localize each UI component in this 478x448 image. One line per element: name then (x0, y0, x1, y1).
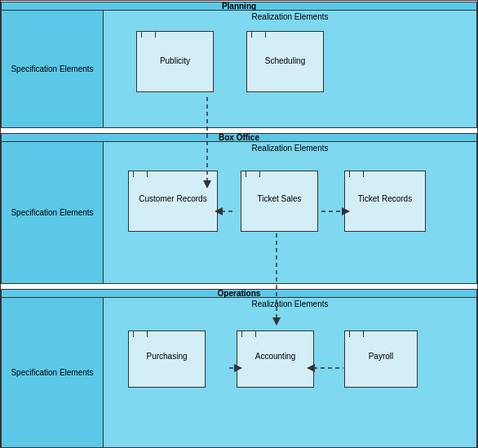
operations-realization-label: Realization Elements (104, 299, 476, 308)
ticket-sales-label: Ticket Sales (241, 194, 317, 203)
purchasing-label: Purchasing (129, 352, 205, 361)
boxoffice-title: Box Office (219, 133, 259, 142)
accounting-box: Accounting (237, 330, 314, 388)
boxoffice-realization-area: Realization Elements Customer Records Ti… (104, 142, 476, 283)
planning-spec-label: Specification Elements (11, 64, 93, 73)
swimlane-operations: Operations Specification Elements Realiz… (1, 289, 477, 448)
ticket-sales-box: Ticket Sales (241, 171, 318, 232)
payroll-box: Payroll (344, 330, 418, 388)
planning-realization-area: Realization Elements Publicity Schedulin… (104, 11, 476, 127)
planning-title-area: Planning (2, 2, 476, 11)
swimlane-planning: Planning Specification Elements Realizat… (1, 2, 477, 128)
operations-title-area: Operations (2, 290, 476, 298)
customer-records-label: Customer Records (129, 194, 217, 203)
boxoffice-spec-label: Specification Elements (11, 208, 93, 217)
boxoffice-realization-label: Realization Elements (104, 144, 476, 153)
accounting-label: Accounting (237, 352, 313, 361)
publicity-tab (141, 31, 156, 38)
ticket-records-label: Ticket Records (345, 194, 425, 203)
publicity-box: Publicity (136, 31, 214, 92)
scheduling-tab (251, 31, 266, 38)
operations-spec-label: Specification Elements (11, 368, 93, 377)
planning-spec-column: Specification Elements (2, 11, 104, 127)
purchasing-box: Purchasing (128, 330, 206, 388)
operations-title: Operations (218, 289, 261, 298)
payroll-tab (349, 330, 364, 337)
payroll-label: Payroll (345, 352, 417, 361)
boxoffice-spec-column: Specification Elements (2, 142, 104, 283)
purchasing-tab (133, 330, 148, 337)
operations-spec-column: Specification Elements (2, 298, 104, 447)
customer-records-tab (133, 171, 148, 177)
ticket-records-box: Ticket Records (344, 171, 426, 232)
ticket-sales-tab (246, 171, 260, 177)
scheduling-label: Scheduling (247, 56, 323, 65)
operations-realization-area: Realization Elements Purchasing Accounti… (104, 298, 476, 447)
diagram-container: Planning Specification Elements Realizat… (0, 0, 478, 448)
planning-realization-label: Realization Elements (104, 12, 476, 21)
planning-title: Planning (222, 2, 256, 11)
scheduling-box: Scheduling (246, 31, 324, 92)
ticket-records-tab (349, 171, 364, 177)
swimlane-boxoffice: Box Office Specification Elements Realiz… (1, 133, 477, 284)
boxoffice-title-area: Box Office (2, 134, 476, 142)
accounting-tab (241, 330, 256, 337)
publicity-label: Publicity (137, 56, 213, 65)
customer-records-box: Customer Records (128, 171, 218, 232)
